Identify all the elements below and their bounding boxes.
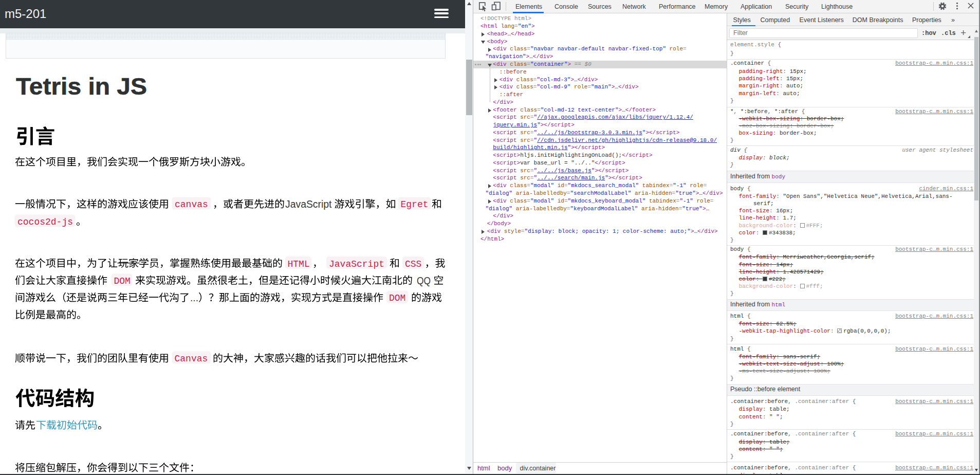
svg-text:Tetris in JS: Tetris in JS	[16, 73, 147, 100]
svg-text:DOM: DOM	[389, 293, 405, 303]
svg-text:QQ: QQ	[417, 275, 431, 286]
svg-text:cocos2d-js: cocos2d-js	[17, 217, 73, 227]
svg-text:canvas: canvas	[175, 199, 208, 210]
svg-text:Canvas: Canvas	[175, 354, 208, 364]
svg-text:CSS: CSS	[405, 259, 421, 269]
svg-text:JavaScript: JavaScript	[329, 259, 384, 269]
svg-text:...: ...	[190, 292, 198, 303]
svg-text:HTML: HTML	[288, 259, 310, 269]
svg-text:JavaScript: JavaScript	[285, 198, 332, 210]
svg-text:DOM: DOM	[114, 276, 131, 286]
svg-text:Egret: Egret	[401, 199, 429, 210]
